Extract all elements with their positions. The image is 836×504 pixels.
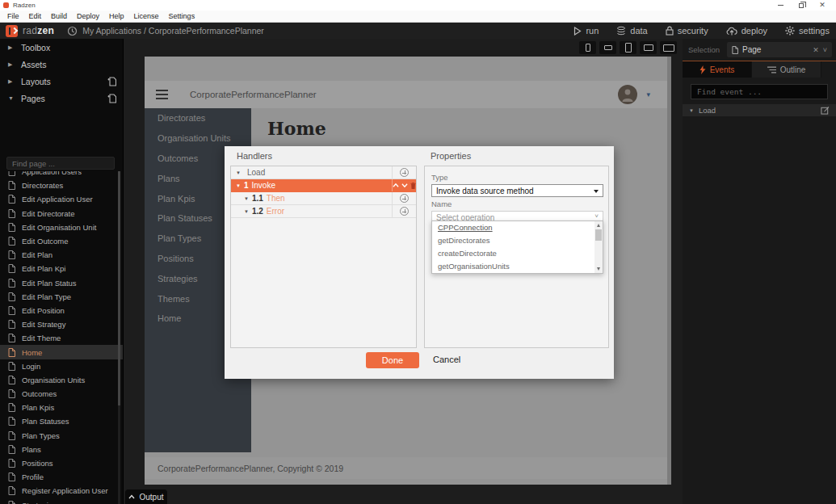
sidebar-page-item[interactable]: Plan Statuses	[0, 414, 123, 428]
sidebar-page-item[interactable]: Directorates	[0, 178, 123, 192]
handler-row[interactable]: ▼ 1.1 Then	[231, 192, 416, 205]
trash-icon[interactable]	[410, 182, 416, 190]
restore-button[interactable]	[791, 0, 812, 10]
done-button[interactable]: Done	[366, 352, 419, 368]
sidebar-section-label: Assets	[21, 60, 47, 69]
sidebar-page-item[interactable]: Plan Types	[0, 429, 123, 443]
page-icon	[8, 403, 15, 412]
tree-expand-icon[interactable]: ▼	[689, 108, 694, 113]
find-event-input[interactable]	[691, 84, 828, 99]
edit-icon[interactable]	[821, 106, 830, 115]
tree-expand-icon[interactable]: ▼	[244, 209, 249, 214]
sidebar-page-item[interactable]: Positions	[0, 456, 123, 470]
event-load-row[interactable]: ▼ Load	[683, 104, 836, 116]
device-button-phone-portrait[interactable]	[579, 41, 596, 54]
page-icon	[8, 472, 15, 481]
menubar-item[interactable]: Build	[46, 12, 72, 20]
breadcrumb[interactable]: My Applications / CorporatePerformancePl…	[67, 26, 264, 36]
output-bar[interactable]: Output	[125, 489, 167, 504]
sidebar-section-assets[interactable]: ▶ Assets	[0, 56, 123, 73]
menubar-item[interactable]: Settings	[164, 12, 200, 20]
find-page-input[interactable]	[6, 157, 115, 170]
sidebar-page-item[interactable]: Strategies	[0, 498, 123, 504]
device-button-desktop[interactable]	[660, 41, 677, 54]
sidebar-page-item[interactable]: Edit Directorate	[0, 207, 123, 220]
sidebar-section-toolbox[interactable]: ▶ Toolbox	[0, 39, 123, 56]
chevron-up-icon[interactable]	[393, 183, 399, 188]
nav-action-security[interactable]: security	[666, 26, 708, 36]
add-page-button[interactable]	[107, 94, 116, 103]
device-button-tablet-landscape[interactable]	[640, 41, 657, 54]
tab-events[interactable]: Events	[683, 61, 752, 78]
device-button-tablet-portrait[interactable]	[620, 41, 636, 54]
scroll-up-icon[interactable]	[597, 224, 600, 227]
tab-outline[interactable]: Outline	[752, 61, 821, 78]
sidebar-page-item[interactable]: Edit Outcome	[0, 234, 123, 248]
menubar-item[interactable]: Deploy	[72, 12, 104, 20]
cancel-button[interactable]: Cancel	[433, 355, 460, 364]
page-icon	[8, 223, 15, 232]
sidebar-page-item[interactable]: Edit Strategy	[0, 317, 123, 331]
type-select[interactable]: Invoke data source method	[431, 184, 603, 197]
tree-expand-icon[interactable]: ▼	[236, 183, 241, 188]
add-page-button[interactable]	[107, 77, 116, 86]
menubar-item[interactable]: File	[2, 12, 24, 20]
page-item-label: Organisation Units	[22, 376, 85, 384]
nav-action-settings[interactable]: settings	[785, 26, 830, 36]
add-handler-button[interactable]	[400, 207, 409, 216]
dropdown-scrollbar[interactable]	[594, 221, 603, 273]
scroll-down-icon[interactable]	[597, 267, 600, 271]
sidebar-page-item[interactable]: Edit Organisation Unit	[0, 220, 123, 234]
operation-option[interactable]: createDirectorate	[432, 247, 603, 260]
sidebar-section-label: Pages	[21, 94, 45, 103]
operation-option[interactable]: getDirectorates	[432, 234, 603, 247]
sidebar-section-pages[interactable]: ▼ Pages	[0, 90, 123, 107]
menubar-item[interactable]: Help	[104, 12, 129, 20]
minimize-button[interactable]	[770, 0, 791, 10]
selection-chevron-icon[interactable]: ˅	[823, 46, 827, 54]
left-sidebar: ▶ Toolbox ▶ Assets ▶ Layouts ▼ Pages App…	[0, 39, 123, 504]
history-icon	[67, 26, 78, 36]
nav-action-deploy[interactable]: deploy	[726, 26, 767, 36]
page-icon	[8, 486, 15, 495]
menubar-item[interactable]: License	[129, 12, 164, 20]
device-button-phone-landscape[interactable]	[599, 41, 616, 54]
menubar-item[interactable]: Edit	[24, 12, 47, 20]
chevron-down-icon[interactable]	[401, 183, 408, 188]
sidebar-page-item[interactable]: Edit Plan Status	[0, 276, 123, 290]
clear-selection-icon[interactable]: ✕	[813, 46, 819, 54]
sidebar-section-layouts[interactable]: ▶ Layouts	[0, 73, 123, 90]
sidebar-page-item[interactable]: Plan Kpis	[0, 401, 123, 414]
sidebar-page-item[interactable]: Edit Plan	[0, 248, 123, 262]
sidebar-page-item[interactable]: Edit Plan Type	[0, 290, 123, 304]
sidebar-page-item[interactable]: Application Users	[0, 171, 123, 178]
sidebar-page-item[interactable]: Register Application User	[0, 484, 123, 498]
sidebar-page-item[interactable]: Organisation Units	[0, 373, 123, 387]
sidebar-scrollbar[interactable]	[118, 171, 120, 504]
nav-action-run[interactable]: run	[573, 26, 599, 36]
sidebar-page-item[interactable]: Edit Plan Kpi	[0, 262, 123, 275]
tree-expand-icon[interactable]: ▼	[236, 170, 241, 175]
nav-action-data[interactable]: data	[616, 26, 647, 36]
sidebar-page-item[interactable]: Edit Theme	[0, 331, 123, 345]
sidebar-page-item[interactable]: Outcomes	[0, 387, 123, 401]
sidebar-page-item[interactable]: Plans	[0, 443, 123, 456]
handler-row[interactable]: ▼ Load	[231, 166, 416, 179]
sidebar-page-item[interactable]: Login	[0, 359, 123, 373]
sidebar-page-item[interactable]: Edit Application User	[0, 192, 123, 206]
sidebar-page-item[interactable]: Edit Position	[0, 304, 123, 317]
page-icon	[8, 264, 15, 273]
radzen-logo-icon[interactable]	[6, 25, 18, 37]
sidebar-page-item[interactable]: Home	[0, 345, 123, 359]
nav-action-label: data	[630, 26, 647, 36]
handler-row[interactable]: ▼ 1 Invoke	[231, 179, 416, 192]
sidebar-page-item[interactable]: Profile	[0, 470, 123, 484]
tree-expand-icon[interactable]: ▼	[244, 196, 249, 201]
handler-row[interactable]: ▼ 1.2 Error	[231, 205, 416, 218]
selection-dropdown[interactable]: Page ✕ ˅	[727, 42, 832, 57]
close-button[interactable]: ✕	[812, 0, 833, 10]
add-handler-button[interactable]	[400, 194, 409, 203]
add-handler-button[interactable]	[400, 168, 409, 177]
operation-option[interactable]: getOrganisationUnits	[432, 260, 603, 273]
operation-option[interactable]: CPPConnection	[432, 221, 603, 234]
